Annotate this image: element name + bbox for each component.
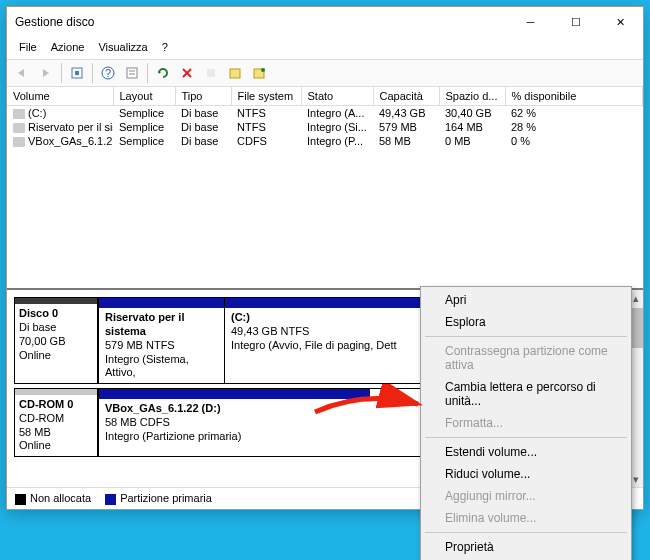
table-row[interactable]: (C:)SempliceDi baseNTFSIntegro (A...49,4… [7,106,643,121]
maximize-button[interactable]: ☐ [553,7,598,37]
refresh-icon[interactable] [152,62,174,84]
menu-help[interactable]: ? [156,39,174,55]
up-button[interactable] [66,62,88,84]
col-type[interactable]: Tipo [175,87,231,106]
cell: Semplice [119,107,164,119]
properties-icon[interactable] [121,62,143,84]
action3-icon[interactable] [248,62,270,84]
menubar: File Azione Visualizza ? [7,37,643,59]
col-free[interactable]: Spazio d... [439,87,505,106]
cell: Integro (A... [307,107,364,119]
cell: Di base [181,135,218,147]
window-title: Gestione disco [15,15,508,29]
svg-rect-1 [75,71,79,75]
cell: VBox_GAs_6.1.22 (... [28,135,113,147]
ctx-format[interactable]: Formatta... [423,412,629,434]
legend-unalloc: Non allocata [30,492,91,504]
cell: 0 MB [445,135,471,147]
ctx-mark-active[interactable]: Contrassegna partizione come attiva [423,340,629,376]
cell: Integro (Si... [307,121,367,133]
cell: 0 % [511,135,530,147]
col-volume[interactable]: Volume [7,87,113,106]
cell: 579 MB [379,121,417,133]
action2-icon[interactable] [224,62,246,84]
ctx-open[interactable]: Apri [423,289,629,311]
cell: 58 MB [379,135,411,147]
col-pct[interactable]: % disponibile [505,87,643,106]
context-menu: Apri Esplora Contrassegna partizione com… [420,286,632,560]
action1-icon[interactable] [200,62,222,84]
table-row[interactable]: Riservato per il sist...SempliceDi baseN… [7,120,643,134]
ctx-shrink[interactable]: Riduci volume... [423,463,629,485]
cell: Di base [181,107,218,119]
cell: Semplice [119,121,164,133]
partition[interactable]: VBox_GAs_6.1.22 (D:)58 MB CDFSIntegro (P… [98,389,370,456]
cell: NTFS [237,107,266,119]
cell: Riservato per il sist... [28,121,113,133]
minimize-button[interactable]: ─ [508,7,553,37]
volume-icon [13,137,25,147]
volume-table: Volume Layout Tipo File system Stato Cap… [7,87,643,290]
col-fs[interactable]: File system [231,87,301,106]
svg-rect-9 [207,69,215,77]
col-layout[interactable]: Layout [113,87,175,106]
svg-point-12 [261,68,265,72]
close-button[interactable]: ✕ [598,7,643,37]
legend-primary: Partizione primaria [120,492,212,504]
disk-label[interactable]: CD-ROM 0CD-ROM58 MBOnline [14,388,98,457]
ctx-add-mirror[interactable]: Aggiungi mirror... [423,485,629,507]
cell: CDFS [237,135,267,147]
svg-rect-4 [127,68,137,78]
cell: Integro (P... [307,135,363,147]
menu-file[interactable]: File [13,39,43,55]
table-row[interactable]: VBox_GAs_6.1.22 (...SempliceDi baseCDFSI… [7,134,643,148]
cell: 49,43 GB [379,107,425,119]
menu-action[interactable]: Azione [45,39,91,55]
partition[interactable]: Riservato per il sistema579 MB NTFSInteg… [98,298,224,383]
disk-label[interactable]: Disco 0Di base70,00 GBOnline [14,297,98,384]
titlebar: Gestione disco ─ ☐ ✕ [7,7,643,37]
cell: 62 % [511,107,536,119]
ctx-explore[interactable]: Esplora [423,311,629,333]
cell: 164 MB [445,121,483,133]
delete-icon[interactable] [176,62,198,84]
forward-button[interactable] [35,62,57,84]
svg-rect-10 [230,69,240,78]
cell: 30,40 GB [445,107,491,119]
toolbar: ? [7,59,643,87]
volume-icon [13,109,25,119]
cell: (C:) [28,107,46,119]
ctx-properties[interactable]: Proprietà [423,536,629,558]
svg-text:?: ? [105,67,111,79]
cell: Di base [181,121,218,133]
ctx-extend[interactable]: Estendi volume... [423,441,629,463]
cell: 28 % [511,121,536,133]
legend-swatch-unalloc [15,494,26,505]
col-capacity[interactable]: Capacità [373,87,439,106]
help-icon[interactable]: ? [97,62,119,84]
legend-swatch-primary [105,494,116,505]
menu-view[interactable]: Visualizza [92,39,153,55]
volume-icon [13,123,25,133]
back-button[interactable] [11,62,33,84]
cell: NTFS [237,121,266,133]
ctx-change-letter[interactable]: Cambia lettera e percorso di unità... [423,376,629,412]
col-state[interactable]: Stato [301,87,373,106]
ctx-delete[interactable]: Elimina volume... [423,507,629,529]
cell: Semplice [119,135,164,147]
